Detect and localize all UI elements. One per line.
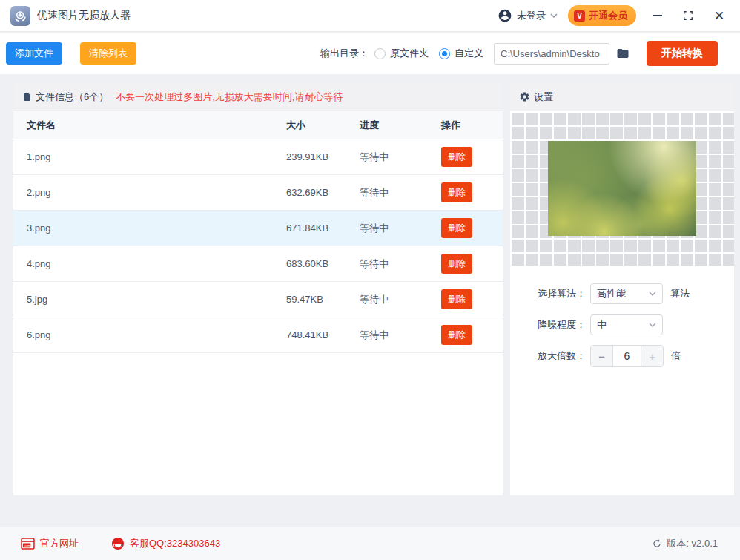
file-size: 683.60KB [286,258,360,269]
table-row[interactable]: 4.png 683.60KB 等待中 删除 [13,246,503,282]
file-status: 等待中 [360,293,441,306]
version-label: 版本: v2.0.1 [667,537,718,550]
denoise-value: 中 [597,318,649,332]
chevron-down-icon [550,13,558,18]
login-status-label: 未登录 [517,9,546,22]
app-window: 优速图片无损放大器 未登录 V 开通会员 ✕ [0,0,740,560]
file-status: 等待中 [360,222,441,235]
file-status: 等待中 [360,186,441,200]
radio-original-label: 原文件夹 [390,47,429,60]
support-qq-link[interactable]: 客服QQ:3234303643 [111,537,220,550]
algorithm-suffix: 算法 [670,287,690,300]
file-name: 2.png [13,187,286,198]
customer-service-icon [111,537,125,550]
minimize-icon [653,15,662,16]
table-row[interactable]: 1.png 239.91KB 等待中 删除 [13,139,503,175]
file-size: 748.41KB [286,329,360,340]
column-header-action: 操作 [441,119,501,132]
browse-folder-button[interactable] [615,47,630,60]
preview-image [548,141,696,236]
scale-increase-button[interactable]: + [641,346,663,366]
footer: .com 官方网址 客服QQ:3234303643 版本: v2.0.1 [0,527,740,560]
file-name: 4.png [13,258,286,269]
column-header-progress: 进度 [360,119,441,132]
titlebar: 优速图片无损放大器 未登录 V 开通会员 ✕ [0,0,740,32]
preview-area [510,111,734,266]
scale-decrease-button[interactable]: − [591,346,613,366]
gear-icon [519,91,530,102]
algorithm-select[interactable]: 高性能 [590,283,663,304]
file-status: 等待中 [360,329,441,342]
document-icon [22,91,32,102]
scale-suffix: 倍 [671,349,681,363]
app-logo-icon [10,6,30,26]
add-files-button[interactable]: 添加文件 [6,42,62,65]
delete-button[interactable]: 删除 [441,182,472,202]
delete-button[interactable]: 删除 [441,289,472,309]
official-website-link[interactable]: .com 官方网址 [21,537,79,550]
radio-original-folder[interactable]: 原文件夹 [374,47,429,60]
denoise-label: 降噪程度： [532,318,586,332]
check-update-icon[interactable] [652,538,662,549]
column-header-size: 大小 [286,119,360,132]
file-status: 等待中 [360,151,441,164]
login-menu[interactable]: 未登录 [498,8,558,23]
radio-original-circle[interactable] [374,48,386,59]
close-button[interactable]: ✕ [709,5,730,26]
file-status: 等待中 [360,257,441,271]
svg-text:.com: .com [24,544,31,547]
close-icon: ✕ [714,10,724,22]
app-title: 优速图片无损放大器 [37,9,131,22]
maximize-icon [683,10,693,21]
official-website-label: 官方网址 [40,537,79,550]
maximize-button[interactable] [678,5,698,26]
open-vip-button[interactable]: V 开通会员 [568,5,636,26]
delete-button[interactable]: 删除 [441,254,472,274]
file-size: 59.47KB [286,294,360,305]
settings-title: 设置 [534,90,553,104]
toolbar: 添加文件 清除列表 输出目录： 原文件夹 自定义 开始转换 [0,33,740,74]
algorithm-row: 选择算法： 高性能 算法 [532,283,734,304]
scale-stepper: − 6 + [590,345,664,367]
table-row-selected[interactable]: 3.png 671.84KB 等待中 删除 [13,211,503,246]
file-name: 1.png [13,151,286,162]
vip-badge-icon: V [574,10,585,22]
radio-custom-label: 自定义 [455,47,483,60]
chevron-down-icon [649,291,656,296]
scale-value: 6 [613,346,641,366]
processing-warning: 不要一次处理过多图片,无损放大需要时间,请耐心等待 [116,90,343,104]
table-row[interactable]: 6.png 748.41KB 等待中 删除 [13,317,503,353]
denoise-select[interactable]: 中 [590,314,663,335]
output-dir-label: 输出目录： [320,47,369,60]
delete-button[interactable]: 删除 [441,147,472,167]
column-header-filename: 文件名 [13,119,286,132]
file-info-title: 文件信息（6个） [36,90,108,104]
file-size: 632.69KB [286,187,360,198]
file-name: 5.jpg [13,294,286,305]
clear-list-button[interactable]: 清除列表 [80,42,136,65]
website-dotcom-icon: .com [21,538,35,550]
file-name: 6.png [13,329,286,340]
chevron-down-icon [649,323,656,327]
scale-row: 放大倍数： − 6 + 倍 [532,346,734,366]
settings-panel-header: 设置 [510,83,734,111]
table-row[interactable]: 2.png 632.69KB 等待中 删除 [13,175,503,211]
radio-custom-folder[interactable]: 自定义 [439,47,483,60]
settings-panel: 设置 选择算法： 高性能 算法 降噪程度： 中 [510,83,734,495]
settings-controls: 选择算法： 高性能 算法 降噪程度： 中 [510,266,734,366]
output-path-input[interactable] [494,43,609,65]
radio-custom-circle[interactable] [439,48,450,59]
folder-icon [615,47,630,60]
file-name: 3.png [13,223,286,234]
delete-button[interactable]: 删除 [441,218,472,238]
start-convert-button[interactable]: 开始转换 [647,41,718,66]
algorithm-value: 高性能 [597,287,649,300]
file-size: 239.91KB [286,151,360,162]
support-qq-label: 客服QQ:3234303643 [130,537,220,550]
delete-button[interactable]: 删除 [441,325,472,345]
denoise-row: 降噪程度： 中 [532,314,734,335]
table-row[interactable]: 5.jpg 59.47KB 等待中 删除 [13,282,503,317]
minimize-button[interactable] [647,5,667,26]
vip-button-label: 开通会员 [589,9,627,22]
scale-label: 放大倍数： [532,349,586,363]
